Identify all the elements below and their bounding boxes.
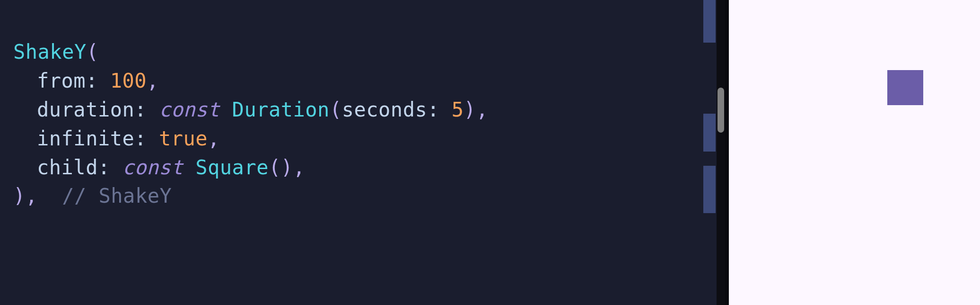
token-paren-close: ): [464, 98, 476, 121]
code-line-4: infinite: true,: [13, 125, 725, 153]
token-keyword: const: [159, 98, 220, 121]
token-comma: ,: [293, 156, 306, 179]
code-line-5: child: const Square(),: [13, 153, 725, 182]
token-bool: true: [159, 127, 208, 150]
token-comma: ,: [26, 184, 38, 207]
preview-pane: [725, 0, 980, 305]
minimap-block: [703, 166, 716, 213]
token-space: [183, 156, 195, 179]
token-space: [220, 98, 232, 121]
code-line-1: ShakeY(: [13, 38, 725, 67]
scrollbar-track[interactable]: [717, 0, 725, 305]
token-class: ShakeY: [13, 40, 87, 63]
token-parens: (): [269, 156, 293, 179]
token-class: Square: [195, 156, 269, 179]
token-paren-open: (: [330, 98, 342, 121]
token-class: Duration: [232, 98, 330, 121]
token-paren-close: ): [13, 184, 26, 207]
token-param: child:: [37, 156, 122, 179]
minimap[interactable]: [692, 0, 725, 305]
scrollbar-thumb[interactable]: [718, 88, 724, 133]
token-space: [38, 184, 62, 207]
token-comment: // ShakeY: [62, 184, 172, 207]
code-editor[interactable]: ShakeY( from: 100, duration: const Durat…: [0, 0, 725, 305]
token-paren-open: (: [87, 40, 99, 63]
token-param: from:: [37, 69, 110, 92]
preview-square: [887, 70, 923, 105]
token-param: seconds:: [342, 98, 452, 121]
minimap-block: [703, 0, 716, 43]
token-keyword: const: [122, 156, 184, 179]
minimap-block: [703, 114, 716, 152]
token-comma: ,: [208, 127, 220, 150]
token-param: duration:: [37, 98, 159, 121]
code-line-6: ), // ShakeY: [13, 182, 725, 211]
code-line-2: from: 100,: [13, 67, 725, 96]
token-number: 5: [452, 98, 464, 121]
code-line-3: duration: const Duration(seconds: 5),: [13, 96, 725, 125]
token-number: 100: [110, 69, 147, 92]
token-comma: ,: [147, 69, 159, 92]
token-param: infinite:: [37, 127, 159, 150]
token-comma: ,: [476, 98, 488, 121]
